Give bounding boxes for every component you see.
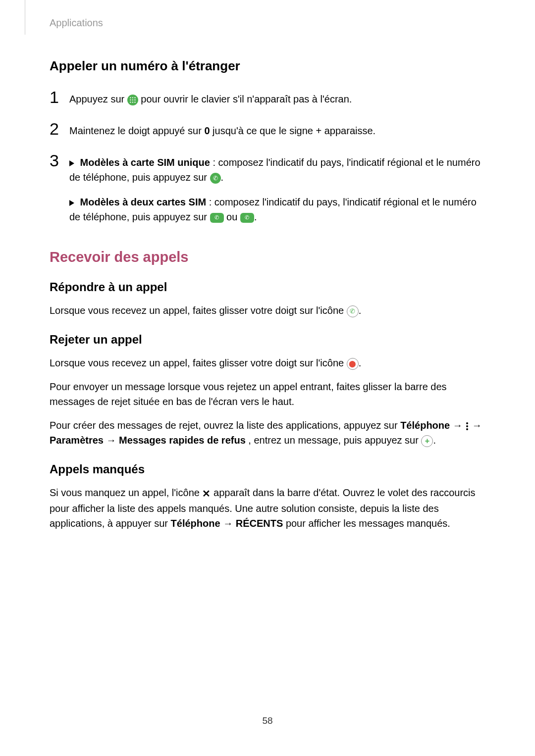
add-plus-icon: + bbox=[421, 435, 433, 447]
text: pour ouvrir le clavier s'il n'apparaît p… bbox=[141, 94, 352, 104]
call-sim1-icon: ✆ bbox=[210, 213, 224, 223]
step-3-single-sim: Modèles à carte SIM unique : composez l'… bbox=[69, 155, 485, 185]
call-sim2-icon: ✆ bbox=[240, 213, 254, 223]
keypad-icon bbox=[127, 95, 138, 105]
text-bold: Messages rapides de refus bbox=[119, 435, 246, 446]
text: ou bbox=[226, 211, 240, 222]
call-green-icon: ✆ bbox=[210, 173, 221, 184]
text: Si vous manquez un appel, l'icône bbox=[50, 487, 202, 498]
arrow: → bbox=[472, 420, 482, 431]
text: . bbox=[254, 211, 257, 222]
text-bold: RÉCENTS bbox=[236, 518, 283, 529]
arrow: → bbox=[453, 420, 466, 431]
text: Appuyez sur bbox=[69, 94, 127, 104]
text-bold: Modèles à deux cartes SIM bbox=[80, 197, 207, 207]
step-number: 2 bbox=[50, 120, 69, 137]
text: Lorsque vous recevez un appel, faites gl… bbox=[50, 357, 347, 368]
text: Maintenez le doigt appuyé sur bbox=[69, 125, 204, 136]
text: jusqu'à ce que le signe + apparaisse. bbox=[213, 125, 375, 136]
step-body: Appuyez sur pour ouvrir le clavier s'il … bbox=[69, 89, 352, 106]
step-body: Maintenez le doigt appuyé sur 0 jusqu'à … bbox=[69, 120, 375, 138]
step-3: 3 Modèles à carte SIM unique : composez … bbox=[50, 152, 485, 224]
heading-answer: Répondre à un appel bbox=[50, 280, 485, 294]
paragraph-reject-2: Pour envoyer un message lorsque vous rej… bbox=[50, 379, 485, 409]
text: . bbox=[433, 435, 436, 446]
text: Lorsque vous recevez un appel, faites gl… bbox=[50, 305, 347, 316]
triangle-bullet-icon bbox=[69, 200, 74, 206]
text: . bbox=[221, 172, 224, 183]
section-header: Applications bbox=[50, 17, 485, 29]
reject-call-icon: ⬤ bbox=[347, 358, 359, 370]
text: Pour créer des messages de rejet, ouvrez… bbox=[50, 420, 400, 431]
step-2: 2 Maintenez le doigt appuyé sur 0 jusqu'… bbox=[50, 120, 485, 138]
arrow: → bbox=[107, 435, 119, 446]
page-number: 58 bbox=[0, 715, 535, 726]
text: . bbox=[359, 357, 362, 368]
paragraph-answer: Lorsque vous recevez un appel, faites gl… bbox=[50, 303, 485, 318]
text-bold: Paramètres bbox=[50, 435, 104, 446]
missed-call-icon: ✕ bbox=[202, 486, 211, 501]
step-3-dual-sim: Modèles à deux cartes SIM : composez l'i… bbox=[69, 195, 485, 224]
step-body: Modèles à carte SIM unique : composez l'… bbox=[69, 152, 485, 224]
text-bold: 0 bbox=[204, 125, 210, 136]
text: . bbox=[359, 305, 362, 316]
page-content: Applications Appeler un numéro à l'étran… bbox=[0, 0, 535, 531]
heading-reject: Rejeter un appel bbox=[50, 333, 485, 347]
paragraph-missed: Si vous manquez un appel, l'icône ✕ appa… bbox=[50, 485, 485, 531]
text-bold: Modèles à carte SIM unique bbox=[80, 157, 210, 168]
step-1: 1 Appuyez sur pour ouvrir le clavier s'i… bbox=[50, 89, 485, 106]
paragraph-reject-1: Lorsque vous recevez un appel, faites gl… bbox=[50, 355, 485, 370]
step-number: 1 bbox=[50, 89, 69, 105]
more-options-icon bbox=[466, 422, 468, 430]
heading-call-abroad: Appeler un numéro à l'étranger bbox=[50, 58, 485, 74]
heading-missed: Appels manqués bbox=[50, 462, 485, 476]
margin-rule bbox=[25, 0, 25, 35]
text: pour afficher les messages manqués. bbox=[286, 518, 450, 529]
answer-call-icon: ✆ bbox=[347, 305, 359, 317]
text: , entrez un message, puis appuyez sur bbox=[248, 435, 421, 446]
text-bold: Téléphone bbox=[400, 420, 450, 431]
text-bold: Téléphone bbox=[171, 518, 220, 529]
heading-receive-calls: Recevoir des appels bbox=[50, 249, 485, 265]
step-number: 3 bbox=[50, 152, 69, 169]
arrow: → bbox=[223, 518, 236, 529]
paragraph-reject-3: Pour créer des messages de rejet, ouvrez… bbox=[50, 418, 485, 448]
triangle-bullet-icon bbox=[69, 160, 74, 166]
